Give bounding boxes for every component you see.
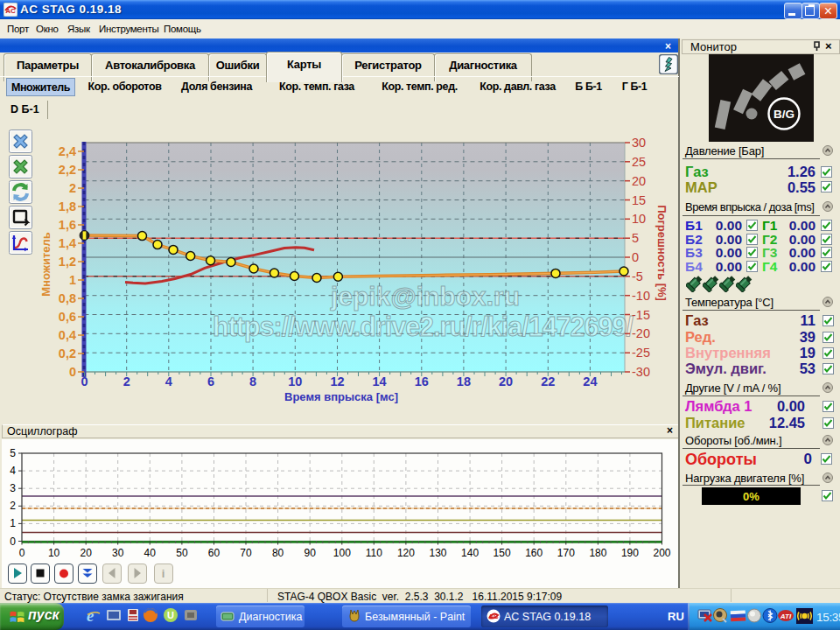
svg-text:200: 200 xyxy=(653,547,670,559)
svg-text:2,4: 2,4 xyxy=(59,144,76,158)
svg-text:70: 70 xyxy=(240,547,252,559)
svg-text:AC: AC xyxy=(488,612,499,620)
svg-text:170: 170 xyxy=(557,547,575,559)
svg-text:30: 30 xyxy=(632,136,646,150)
svg-text:22: 22 xyxy=(541,374,555,388)
svg-text:Множитель: Множитель xyxy=(39,232,52,297)
svg-text:5: 5 xyxy=(10,447,16,459)
svg-text:180: 180 xyxy=(589,547,606,559)
svg-text:1: 1 xyxy=(10,517,16,529)
svg-text:2,2: 2,2 xyxy=(59,163,76,177)
svg-text:Погрешность [%]: Погрешность [%] xyxy=(655,205,668,301)
svg-text:1,6: 1,6 xyxy=(59,218,76,232)
svg-text:12: 12 xyxy=(330,374,344,388)
svg-text:-30: -30 xyxy=(632,365,650,379)
svg-text:140: 140 xyxy=(461,547,479,559)
svg-text:8: 8 xyxy=(249,374,256,388)
svg-text:190: 190 xyxy=(621,547,639,559)
svg-text:90: 90 xyxy=(304,547,317,559)
svg-text:ATI: ATI xyxy=(780,612,792,620)
svg-text:14: 14 xyxy=(373,374,387,388)
svg-text:1,4: 1,4 xyxy=(59,236,76,250)
svg-text:20: 20 xyxy=(499,374,513,388)
svg-text:5: 5 xyxy=(632,231,639,245)
svg-text:0: 0 xyxy=(69,365,76,379)
svg-text:AC: AC xyxy=(5,7,16,15)
svg-text:e: e xyxy=(87,607,94,625)
svg-text:i: i xyxy=(162,567,165,580)
svg-text:15: 15 xyxy=(632,193,646,207)
svg-text:2: 2 xyxy=(10,500,16,512)
svg-text:Время впрыска [мс]: Время впрыска [мс] xyxy=(284,390,398,403)
svg-text:https://www.drive2.ru/r/kia/14: https://www.drive2.ru/r/kia/1472699/ xyxy=(213,312,634,342)
svg-text:3: 3 xyxy=(10,482,16,494)
svg-text:10: 10 xyxy=(288,374,302,388)
svg-text:1,8: 1,8 xyxy=(59,200,76,214)
svg-text:120: 120 xyxy=(397,547,415,559)
svg-text:0: 0 xyxy=(632,250,639,264)
svg-text:30: 30 xyxy=(112,547,124,559)
svg-text:110: 110 xyxy=(366,547,382,559)
svg-text:0,8: 0,8 xyxy=(59,291,76,305)
svg-text:-25: -25 xyxy=(632,346,650,360)
svg-text:0: 0 xyxy=(80,374,88,388)
svg-text:0: 0 xyxy=(19,547,25,559)
svg-text:0: 0 xyxy=(10,536,16,548)
svg-text:jepik@inbox.ru: jepik@inbox.ru xyxy=(330,282,520,311)
svg-text:60: 60 xyxy=(208,547,220,559)
svg-text:-5: -5 xyxy=(632,270,643,284)
svg-text:50: 50 xyxy=(176,547,188,559)
svg-text:6: 6 xyxy=(207,374,214,388)
svg-text:20: 20 xyxy=(632,174,646,188)
svg-text:4: 4 xyxy=(10,465,16,477)
svg-text:0,4: 0,4 xyxy=(59,328,76,342)
svg-text:-15: -15 xyxy=(632,308,650,322)
svg-text:B/G: B/G xyxy=(774,108,794,121)
svg-text:2: 2 xyxy=(69,181,76,195)
svg-text:10: 10 xyxy=(48,547,60,559)
svg-text:150: 150 xyxy=(494,547,511,559)
svg-text:20: 20 xyxy=(80,547,93,559)
svg-text:18: 18 xyxy=(457,374,471,388)
svg-text:4: 4 xyxy=(165,374,172,388)
svg-text:-10: -10 xyxy=(632,289,650,303)
svg-text:-20: -20 xyxy=(632,326,650,340)
svg-text:10: 10 xyxy=(632,212,646,226)
svg-text:80: 80 xyxy=(272,547,284,559)
svg-text:1: 1 xyxy=(69,273,76,287)
svg-text:25: 25 xyxy=(632,155,646,169)
svg-text:U: U xyxy=(167,610,174,620)
svg-text:16: 16 xyxy=(415,374,429,388)
svg-text:24: 24 xyxy=(583,374,597,388)
svg-text:0,6: 0,6 xyxy=(59,310,76,324)
svg-text:100: 100 xyxy=(333,547,351,559)
svg-text:40: 40 xyxy=(144,547,157,559)
svg-text:1,2: 1,2 xyxy=(59,255,76,269)
svg-text:160: 160 xyxy=(525,547,542,559)
svg-text:130: 130 xyxy=(429,547,446,559)
svg-text:2: 2 xyxy=(123,374,130,388)
svg-text:0,2: 0,2 xyxy=(59,346,76,360)
